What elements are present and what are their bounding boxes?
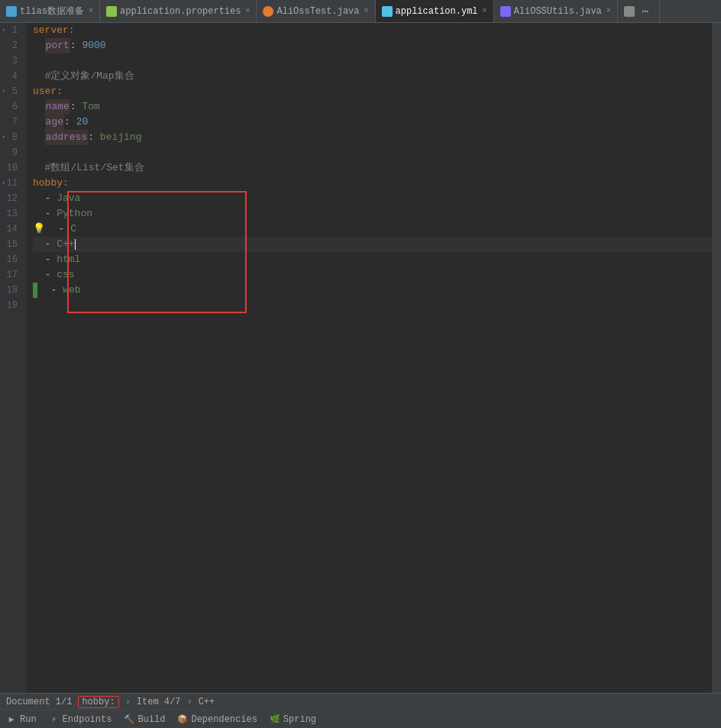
code-area[interactable]: server: port: 9000 #定义对象/Map集合user: name… — [27, 23, 712, 693]
tab-close-tlias[interactable]: × — [89, 7, 93, 15]
bottom-label-run: Run — [20, 714, 37, 725]
tab-label-aoss: AliOssTest.java — [276, 6, 359, 17]
line-number-14: 14 — [0, 222, 22, 237]
code-line-8: address: beijing — [33, 130, 712, 145]
tab-utils[interactable]: AliOSSUtils.java× — [494, 0, 618, 22]
fold-icon-1[interactable]: ▾ — [2, 23, 5, 38]
code-line-12: - Java — [33, 191, 712, 206]
tab-aoss[interactable]: AliOssTest.java× — [257, 0, 375, 22]
tab-close-utils[interactable]: × — [606, 7, 611, 15]
code-line-10: #数组/List/Set集合 — [33, 160, 712, 176]
line-num-text-4: 4 — [12, 69, 18, 84]
status-value: C++ — [199, 697, 215, 707]
code-line-14: 💡 - C — [33, 222, 712, 237]
bottom-label-endpoints: Endpoints — [63, 714, 112, 725]
line-number-10: 10 — [0, 160, 22, 176]
line-number-3: 3 — [0, 53, 22, 69]
line-number-7: 7 — [0, 115, 22, 130]
build-icon: 🔨 — [124, 714, 134, 725]
line-num-text-19: 19 — [7, 298, 18, 313]
line-num-text-5: 5 — [12, 84, 18, 99]
green-indicator-18 — [33, 283, 37, 298]
tab-close-yml[interactable]: × — [483, 7, 487, 15]
code-line-11: hobby: — [33, 176, 712, 191]
code-part: name — [45, 99, 70, 115]
line-number-2: 2 — [0, 38, 22, 53]
bottom-bar: ▶Run⚡Endpoints🔨Build📦Dependencies🌿Spring — [0, 710, 721, 728]
code-part: Java — [57, 191, 80, 206]
status-item-count: Item 4/7 — [137, 697, 181, 707]
java-tab-icon — [263, 6, 273, 17]
tab-yml[interactable]: application.yml× — [376, 0, 494, 22]
line-number-9: 9 — [0, 145, 22, 160]
bottom-item-endpoints[interactable]: ⚡Endpoints — [49, 714, 112, 725]
tab-grid[interactable]: ⋯ — [618, 0, 660, 22]
code-part — [33, 99, 45, 115]
line-num-text-2: 2 — [12, 38, 18, 53]
line-num-text-13: 13 — [7, 206, 18, 222]
tab-label-yml: application.yml — [396, 6, 478, 17]
code-line-19 — [33, 298, 712, 313]
code-line-3 — [33, 53, 712, 69]
right-scrollbar[interactable] — [712, 23, 721, 693]
tab-close-props[interactable]: × — [245, 7, 250, 15]
status-item-text: Item 4/7 — [137, 697, 181, 707]
line-number-gutter: ▾1234▾567▾8910▾111213141516171819 — [0, 23, 27, 693]
fold-icon-5[interactable]: ▾ — [2, 84, 5, 99]
tab-close-aoss[interactable]: × — [364, 7, 369, 15]
code-part: Tom — [82, 99, 99, 115]
fold-icon-11[interactable]: ▾ — [2, 176, 5, 191]
bottom-item-build[interactable]: 🔨Build — [124, 714, 165, 725]
status-bar: Document 1/1hobby:›Item 4/7›C++ — [0, 693, 721, 710]
status-document: Document 1/1 — [6, 697, 72, 707]
line-number-15: 15 — [0, 237, 22, 252]
code-part: port — [45, 38, 70, 53]
line-number-18: 18 — [0, 283, 22, 298]
line-num-text-17: 17 — [7, 267, 18, 283]
line-num-text-9: 9 — [12, 145, 18, 160]
tab-props[interactable]: application.properties× — [100, 0, 257, 22]
code-line-7: age: 20 — [33, 115, 712, 130]
code-line-2: port: 9000 — [33, 38, 712, 53]
line-number-19: 19 — [0, 298, 22, 313]
bottom-item-run[interactable]: ▶Run — [6, 714, 37, 725]
line-number-5: ▾5 — [0, 84, 22, 99]
code-line-18: - web — [33, 283, 712, 298]
code-wrapper: server: port: 9000 #定义对象/Map集合user: name… — [33, 23, 712, 313]
line-num-text-12: 12 — [7, 191, 18, 206]
line-num-text-1: 1 — [12, 23, 18, 38]
line-num-text-3: 3 — [12, 53, 18, 69]
code-part: : — [70, 38, 82, 53]
tab-tlias[interactable]: tlias数据准备× — [0, 0, 100, 22]
code-part: 20 — [76, 115, 89, 130]
code-part: #数组/List/Set集合 — [45, 160, 144, 176]
code-part: hobby: — [33, 176, 69, 191]
code-part: html — [57, 252, 80, 267]
text-cursor — [75, 239, 76, 250]
hint-bulb-14[interactable]: 💡 — [33, 222, 45, 237]
bottom-label-build: Build — [137, 714, 165, 725]
tab-bar: tlias数据准备×application.properties×AliOssT… — [0, 0, 721, 23]
code-part: - — [33, 237, 57, 252]
bottom-item-dependencies[interactable]: 📦Dependencies — [177, 714, 257, 725]
line-number-6: 6 — [0, 99, 22, 115]
line-num-text-7: 7 — [12, 115, 18, 130]
line-num-text-8: 8 — [12, 130, 18, 145]
code-part: - — [33, 191, 57, 206]
tab-more-icon[interactable]: ⋯ — [638, 5, 653, 18]
fold-icon-8[interactable]: ▾ — [2, 130, 5, 145]
line-num-text-10: 10 — [7, 160, 18, 176]
code-line-13: - Python — [33, 206, 712, 222]
utils-tab-icon — [500, 6, 511, 17]
code-part: C — [70, 222, 76, 237]
code-line-16: - html — [33, 252, 712, 267]
bottom-item-spring[interactable]: 🌿Spring — [270, 714, 316, 725]
line-num-text-11: 11 — [7, 176, 18, 191]
line-num-text-18: 18 — [7, 283, 18, 298]
code-part: web — [63, 283, 80, 298]
status-arrow-2: › — [186, 697, 192, 707]
code-part: server: — [33, 23, 75, 38]
code-part: - — [33, 206, 57, 222]
tlias-tab-icon — [6, 6, 17, 17]
code-part — [33, 130, 45, 145]
